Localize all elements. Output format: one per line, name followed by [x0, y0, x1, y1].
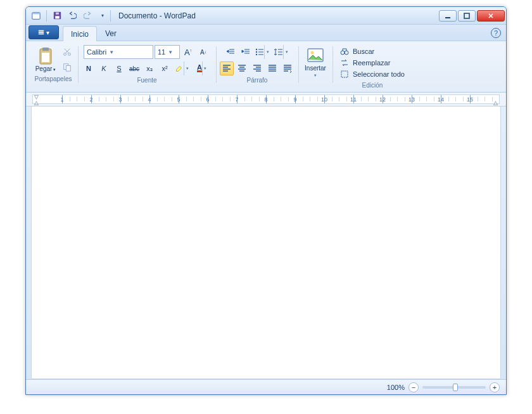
svg-rect-4 — [56, 13, 59, 15]
chevron-down-icon: ▾ — [283, 45, 289, 59]
ruler-mark: 11 — [350, 96, 357, 103]
font-family-combo[interactable]: Calibri▼ — [84, 45, 153, 59]
group-editing: Buscar Reemplazar Seleccionar todo Edici… — [332, 44, 412, 92]
font-size-combo[interactable]: 11▼ — [155, 45, 180, 59]
group-label: Párrafo — [220, 75, 294, 86]
group-font: Calibri▼ 11▼ A↑ A↓ N K S abc x₂ x² ▾ — [78, 44, 216, 92]
copy-button[interactable] — [60, 60, 74, 74]
svg-point-19 — [256, 54, 257, 55]
quick-access-toolbar: ▾ — [30, 10, 109, 22]
zoom-out-button[interactable]: − — [408, 382, 419, 392]
ruler-mark: 15 — [467, 96, 473, 103]
ruler-mark: 6 — [206, 96, 209, 103]
strikethrough-button[interactable]: abc — [127, 61, 141, 75]
chevron-down-icon: ▾ — [264, 45, 270, 59]
document-area[interactable] — [31, 107, 501, 379]
save-icon[interactable] — [51, 10, 63, 22]
replace-button[interactable]: Reemplazar — [338, 58, 407, 68]
list-icon — [255, 48, 264, 56]
align-justify-icon — [268, 64, 277, 73]
svg-rect-24 — [341, 71, 348, 77]
file-menu-button[interactable]: ▾ — [28, 25, 59, 39]
svg-point-21 — [311, 51, 314, 55]
group-label: Fuente — [82, 75, 212, 86]
find-button[interactable]: Buscar — [338, 46, 407, 56]
align-left-button[interactable] — [220, 61, 234, 75]
superscript-button[interactable]: x² — [158, 61, 172, 75]
ruler-mark: 9 — [293, 96, 296, 103]
maximize-button[interactable] — [458, 10, 476, 22]
svg-point-23 — [345, 51, 348, 55]
bold-button[interactable]: N — [82, 61, 96, 75]
left-indent-marker[interactable]: △ — [34, 100, 39, 106]
wordpad-menu-icon[interactable] — [30, 10, 42, 22]
line-spacing-button[interactable]: ▾ — [273, 45, 291, 59]
decrease-indent-button[interactable] — [224, 45, 238, 59]
highlight-color-button[interactable]: ▾ — [173, 61, 192, 75]
shrink-font-button[interactable]: A↓ — [196, 45, 210, 59]
bullet-list-button[interactable]: ▾ — [254, 45, 272, 59]
zoom-slider-thumb[interactable] — [453, 384, 458, 391]
chevron-down-icon: ▼ — [109, 49, 114, 55]
paste-button[interactable]: Pegar▾ — [32, 46, 59, 74]
increase-indent-button[interactable] — [239, 45, 253, 59]
minimize-button[interactable] — [439, 10, 457, 22]
redo-icon[interactable] — [81, 10, 94, 22]
ruler-mark: 14 — [438, 96, 444, 103]
undo-icon[interactable] — [66, 10, 79, 22]
close-button[interactable] — [477, 10, 505, 22]
qat-customize-icon[interactable]: ▾ — [96, 10, 109, 22]
ruler-mark: 13 — [408, 96, 415, 103]
align-center-button[interactable] — [235, 61, 249, 75]
highlighter-icon — [175, 64, 184, 73]
svg-rect-3 — [55, 16, 60, 18]
zoom-control: 100% − + — [387, 382, 500, 392]
zoom-in-button[interactable]: + — [490, 382, 500, 392]
separator — [46, 10, 47, 22]
line-spacing-icon — [274, 48, 283, 56]
outdent-icon — [226, 48, 235, 56]
ruler-mark: 5 — [177, 96, 180, 103]
chevron-down-icon: ▾ — [184, 61, 190, 75]
font-color-button[interactable]: A ▾ — [193, 61, 212, 75]
ruler-mark: 8 — [264, 96, 267, 103]
align-justify-button[interactable] — [265, 61, 279, 75]
underline-button[interactable]: S — [112, 61, 126, 75]
tab-inicio[interactable]: Inicio — [63, 26, 97, 41]
group-clipboard: Pegar▾ Portapapeles — [28, 44, 78, 92]
chevron-down-icon: ▾ — [202, 61, 208, 75]
insert-button[interactable]: Insertar ▾ — [302, 45, 329, 79]
ruler-mark: 7 — [235, 96, 238, 103]
svg-rect-12 — [42, 53, 49, 62]
ruler-mark: 4 — [148, 96, 151, 103]
align-right-icon — [253, 64, 262, 73]
tab-ver[interactable]: Ver — [97, 25, 125, 41]
subscript-button[interactable]: x₂ — [142, 61, 156, 75]
grow-font-button[interactable]: A↑ — [181, 45, 195, 59]
ruler[interactable]: 123456789101112131415▽△△ — [26, 93, 506, 107]
picture-icon — [307, 46, 324, 64]
italic-button[interactable]: K — [97, 61, 111, 75]
window-controls — [439, 10, 505, 22]
chevron-down-icon: ▼ — [168, 49, 173, 55]
separator — [110, 10, 111, 22]
binoculars-icon — [340, 47, 349, 56]
title-bar: ▾ Documento - WordPad — [26, 7, 506, 25]
align-center-icon — [238, 64, 246, 73]
right-indent-marker[interactable]: △ — [493, 100, 498, 106]
select-all-icon — [340, 70, 349, 79]
cut-button[interactable] — [60, 45, 74, 59]
chevron-down-icon: ▾ — [53, 67, 56, 72]
paragraph-dialog-button[interactable] — [281, 61, 294, 75]
chevron-down-icon: ▾ — [314, 73, 317, 78]
help-button[interactable]: ? — [491, 28, 501, 38]
select-all-button[interactable]: Seleccionar todo — [338, 69, 407, 79]
zoom-slider[interactable] — [422, 386, 486, 389]
align-left-icon — [222, 64, 231, 73]
group-label: Portapapeles — [32, 74, 74, 84]
align-right-button[interactable] — [250, 61, 264, 75]
window-title: Documento - WordPad — [118, 11, 196, 20]
ruler-mark: 1 — [60, 96, 63, 103]
svg-point-14 — [68, 53, 71, 56]
group-insert: Insertar ▾ . — [298, 44, 332, 92]
